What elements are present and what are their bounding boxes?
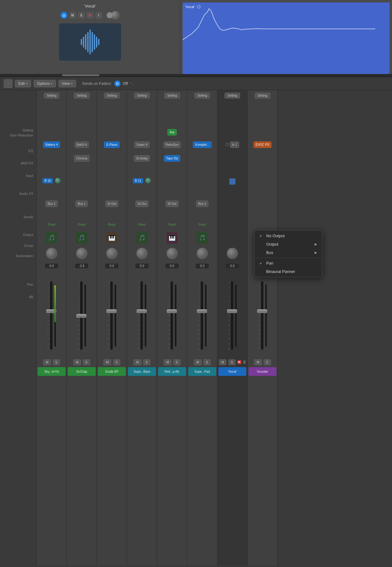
- ch5-audiofx-button[interactable]: Tape Dly: [164, 155, 180, 162]
- ch1-db-value: 0.0: [45, 264, 58, 268]
- ch3-pan-knob[interactable]: [106, 248, 117, 259]
- solo-button[interactable]: S: [78, 12, 85, 19]
- scroll-thumb[interactable]: [62, 74, 99, 76]
- menu-item-binaural[interactable]: Binaural Panner: [254, 267, 322, 276]
- ch6-mute-button[interactable]: M: [194, 359, 201, 365]
- volume-fader-thumb[interactable]: [107, 12, 113, 18]
- ch5-solo-button[interactable]: S: [173, 359, 180, 365]
- ch8-input-button[interactable]: EVOC PS: [253, 141, 271, 148]
- ch5-icon-row: 🎹: [157, 230, 187, 246]
- menu-item-bus[interactable]: Bus ▶: [254, 248, 322, 257]
- ch4-meter: [145, 284, 146, 347]
- ch5-midifx-button[interactable]: Arp: [167, 129, 177, 136]
- ch5-automation-read[interactable]: Read: [168, 223, 176, 226]
- ch1-sends-knob[interactable]: [55, 178, 61, 183]
- ch5-pan-knob[interactable]: [166, 248, 178, 259]
- ch4-audiofx-button[interactable]: St-Delay: [134, 155, 150, 162]
- ch6-automation-read[interactable]: Read: [198, 223, 206, 226]
- ch5-input-button[interactable]: RetroSyn: [163, 141, 181, 148]
- ch4-automation-read[interactable]: Read: [138, 223, 146, 226]
- ch4-output-button[interactable]: St Out: [135, 201, 148, 207]
- ch6-output-button[interactable]: Bus 2: [196, 201, 208, 207]
- ch6-solo-button[interactable]: S: [203, 359, 211, 365]
- ch4-input-button[interactable]: Super 8: [134, 141, 149, 148]
- ch8-mute-button[interactable]: M: [254, 359, 262, 365]
- ch6-input-button[interactable]: Komplet...: [193, 141, 211, 148]
- ch7-solo-button[interactable]: S: [228, 359, 235, 365]
- ch1-sends-badge[interactable]: B 10: [43, 178, 53, 183]
- ch3-group-row: [97, 210, 127, 219]
- r-button[interactable]: R: [87, 12, 93, 19]
- ch2-automation-read[interactable]: Read: [78, 223, 85, 226]
- ch6-track-name-bar[interactable]: Supe...Pad: [188, 367, 216, 376]
- ch3-setting-button[interactable]: Setting: [104, 93, 119, 99]
- sends-power-button[interactable]: ⏻: [114, 81, 121, 87]
- mixer-toolbar: ↑ Edit ▾ Options ▾ View ▾ Sends on Fader…: [0, 77, 392, 90]
- ch2-input-button[interactable]: Batt3-4: [75, 141, 89, 148]
- ch3-automation-read[interactable]: Read: [108, 223, 116, 226]
- ch8-fader-handle[interactable]: [257, 309, 267, 313]
- menu-item-pan[interactable]: ✓ Pan: [254, 259, 322, 267]
- ch1-setting-button[interactable]: Setting: [44, 93, 59, 99]
- ch8-setting-button[interactable]: Setting: [255, 93, 270, 99]
- ch4-sends-badge[interactable]: B 11: [133, 178, 143, 183]
- ch6-pan-knob[interactable]: [197, 248, 208, 259]
- ch3-input-row: E-Piano: [97, 138, 127, 151]
- ch5-track-name-bar[interactable]: Retr...p Alt.: [158, 367, 186, 376]
- ch4-track-name-bar[interactable]: Supe...Bass: [128, 367, 156, 376]
- ch2-track-name-bar[interactable]: Sn/Clap: [68, 367, 96, 376]
- ch1-automation-read[interactable]: Read: [48, 223, 55, 226]
- back-button[interactable]: ↑: [4, 79, 12, 88]
- ch3-track-name-bar[interactable]: Guide EP: [98, 367, 126, 376]
- ch4-sends-knob[interactable]: [145, 178, 151, 183]
- power-button[interactable]: ⏻: [61, 12, 67, 19]
- edit-button[interactable]: Edit ▾: [15, 80, 31, 87]
- ch2-pan-knob[interactable]: [76, 248, 87, 259]
- ch2-output-button[interactable]: Bus 1: [75, 201, 88, 207]
- ch7-input-button[interactable]: In 1: [230, 141, 239, 148]
- ch6-setting-button[interactable]: Setting: [194, 93, 210, 99]
- ch7-pan-knob[interactable]: [227, 248, 238, 259]
- ch2-audiofx-button[interactable]: Chroma: [74, 155, 89, 162]
- ch4-fader-handle[interactable]: [137, 309, 147, 313]
- ch3-mute-solo-row: M S: [97, 357, 127, 367]
- ch7-track-name-bar[interactable]: 'Vocal': [218, 367, 246, 376]
- ch8-solo-button[interactable]: S: [264, 359, 271, 365]
- ch5-output-button[interactable]: St Out: [166, 201, 179, 207]
- ch6-fader-handle[interactable]: [197, 309, 207, 313]
- ch1-solo-button[interactable]: S: [53, 359, 60, 365]
- ch5-setting-button[interactable]: Setting: [164, 93, 180, 99]
- view-button[interactable]: View ▾: [58, 80, 76, 87]
- ch5-fader-handle[interactable]: [167, 309, 177, 313]
- ch3-output-button[interactable]: St Out: [105, 201, 118, 207]
- options-button[interactable]: Options ▾: [34, 80, 56, 87]
- ch5-mute-button[interactable]: M: [164, 359, 171, 365]
- ch4-pan-knob[interactable]: [136, 248, 148, 259]
- ch3-fader-handle[interactable]: [107, 309, 116, 313]
- ch2-setting-button[interactable]: Setting: [74, 93, 89, 99]
- ch7-fader-handle[interactable]: [227, 309, 237, 313]
- menu-item-output[interactable]: Output ▶: [254, 240, 322, 248]
- ch1-mute-button[interactable]: M: [43, 359, 51, 365]
- ch5-midifx-row: Arp: [157, 126, 187, 138]
- ch2-mute-button[interactable]: M: [73, 359, 81, 365]
- mute-button[interactable]: M: [69, 12, 76, 19]
- ch1-input-button[interactable]: Battery 4: [43, 141, 60, 148]
- ch4-solo-button[interactable]: S: [143, 359, 150, 365]
- ch1-track-name-bar[interactable]: Sky...ht Kit: [38, 367, 66, 376]
- ch1-pan-knob[interactable]: [46, 248, 57, 259]
- ch8-track-name-bar[interactable]: Vocoder: [248, 367, 276, 376]
- ch2-fader-handle[interactable]: [76, 314, 86, 318]
- ch7-mute-button[interactable]: M: [219, 359, 226, 365]
- ch7-setting-button[interactable]: Setting: [225, 93, 240, 99]
- ch1-sends-inner: B 10: [41, 177, 62, 185]
- ch1-output-button[interactable]: Bus 1: [45, 201, 58, 207]
- ch2-solo-button[interactable]: S: [83, 359, 90, 365]
- menu-item-no-output[interactable]: ✓ No Output: [254, 232, 322, 240]
- i-button[interactable]: I: [95, 12, 102, 19]
- ch3-mute-button[interactable]: M: [103, 359, 111, 365]
- ch3-solo-button[interactable]: S: [113, 359, 120, 365]
- ch4-setting-button[interactable]: Setting: [134, 93, 149, 99]
- ch4-mute-button[interactable]: M: [134, 359, 141, 365]
- ch3-input-button[interactable]: E-Piano: [104, 141, 120, 148]
